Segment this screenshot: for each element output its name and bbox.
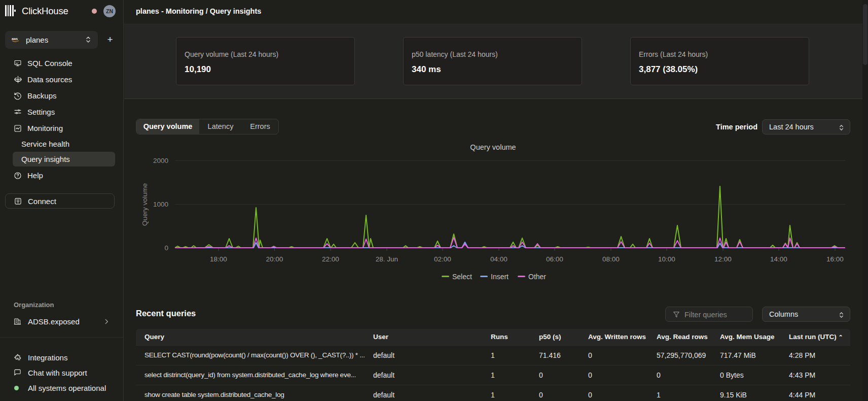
svg-text:16:00: 16:00 (826, 255, 844, 263)
svg-text:Query volume: Query volume (470, 143, 516, 151)
svg-text:08:00: 08:00 (602, 255, 620, 263)
svg-text:10:00: 10:00 (658, 255, 675, 263)
svg-text:1000: 1000 (153, 201, 168, 208)
svg-text:22:00: 22:00 (322, 255, 339, 263)
svg-text:06:00: 06:00 (546, 255, 563, 263)
svg-text:12:00: 12:00 (714, 255, 732, 263)
svg-text:18:00: 18:00 (210, 255, 227, 263)
svg-text:04:00: 04:00 (490, 255, 508, 263)
svg-text:Select: Select (452, 273, 472, 281)
svg-text:2000: 2000 (153, 157, 168, 164)
svg-text:14:00: 14:00 (770, 255, 787, 263)
svg-text:Other: Other (528, 273, 546, 281)
svg-text:02:00: 02:00 (434, 255, 451, 263)
svg-text:Insert: Insert (491, 273, 509, 281)
svg-text:28. Jun: 28. Jun (376, 255, 398, 263)
svg-text:0: 0 (164, 244, 168, 252)
svg-text:aws: aws (12, 37, 18, 41)
svg-text:Query volume: Query volume (141, 183, 149, 226)
svg-text:20:00: 20:00 (266, 255, 283, 263)
